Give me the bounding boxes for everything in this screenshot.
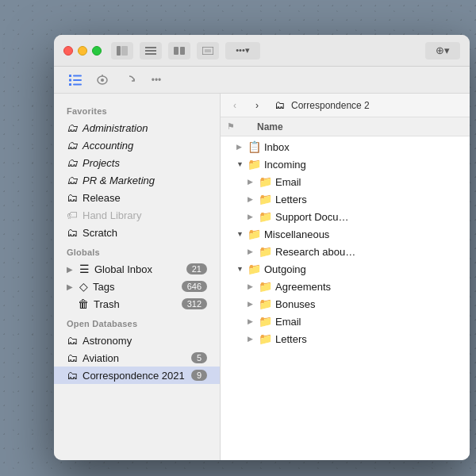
- file-item-email-outgoing[interactable]: ▶ 📁 Email: [221, 313, 470, 330]
- stack-icon: 🗂: [67, 369, 78, 382]
- toolbar-icons: •••▾ ⊕▾: [111, 42, 460, 60]
- back-button[interactable]: ‹: [227, 98, 243, 113]
- folder-icon: 📁: [259, 245, 272, 258]
- file-name: Incoming: [264, 159, 306, 171]
- svg-rect-6: [180, 47, 185, 55]
- inbox-file-icon: 📋: [248, 140, 261, 153]
- folder-icon: 📁: [259, 280, 272, 293]
- sidebar-item-pr-marketing[interactable]: 🗂 PR & Marketing: [54, 171, 220, 189]
- column-header-row: ⚑ Name: [221, 117, 470, 136]
- stack-icon: 🗂: [67, 139, 78, 152]
- sidebar-toggle-button[interactable]: [111, 42, 133, 60]
- svg-rect-13: [69, 83, 71, 86]
- svg-rect-1: [121, 46, 128, 56]
- favorites-label: Favorites: [54, 100, 220, 119]
- file-item-support-docu[interactable]: ▶ 📁 Support Docu…: [221, 208, 470, 225]
- add-button[interactable]: ⊕▾: [425, 42, 460, 60]
- svg-rect-9: [69, 75, 71, 77]
- svg-rect-3: [145, 50, 156, 52]
- minimize-button[interactable]: [78, 46, 87, 56]
- sidebar: Favorites 🗂 Administration 🗂 Accounting …: [54, 94, 221, 460]
- maximize-button[interactable]: [92, 46, 102, 56]
- folder-icon: 📁: [259, 193, 272, 205]
- sidebar-item-release[interactable]: 🗂 Release: [54, 189, 220, 206]
- sidebar-item-hand-library[interactable]: 🏷 Hand Library: [54, 206, 220, 224]
- stack-icon: 🗂: [67, 226, 78, 239]
- folder-icon: 📁: [248, 263, 261, 275]
- expand-icon: ▼: [236, 160, 248, 168]
- file-name: Outgoing: [264, 263, 306, 275]
- loop-icon[interactable]: [94, 71, 111, 89]
- split-view-button[interactable]: [168, 42, 190, 60]
- main-content: Favorites 🗂 Administration 🗂 Accounting …: [54, 94, 470, 460]
- file-item-letters-incoming[interactable]: ▶ 📁 Letters: [221, 190, 470, 208]
- svg-rect-4: [145, 53, 156, 55]
- svg-rect-2: [145, 47, 156, 48]
- file-name: Letters: [275, 333, 307, 345]
- file-item-research-about[interactable]: ▶ 📁 Research abou…: [221, 243, 470, 260]
- svg-rect-14: [73, 83, 82, 85]
- folder-icon: 📁: [259, 175, 272, 188]
- expand-icon: ▶: [248, 178, 259, 186]
- file-item-miscellaneous[interactable]: ▼ 📁 Miscellaneous: [221, 225, 470, 243]
- folder-icon: 📁: [259, 332, 272, 345]
- expand-icon: ▶: [236, 143, 248, 151]
- name-column-header: Name: [257, 121, 283, 132]
- file-name: Agreements: [275, 281, 331, 293]
- sidebar-item-scratch[interactable]: 🗂 Scratch: [54, 224, 220, 241]
- trash-icon: 🗑: [78, 298, 89, 310]
- svg-rect-0: [117, 46, 121, 56]
- inbox-icon: ☰: [79, 263, 90, 275]
- sidebar-item-administration[interactable]: 🗂 Administration: [54, 119, 220, 136]
- more-actions-button[interactable]: •••▾: [225, 42, 260, 60]
- file-list: ▶ 📋 Inbox ▼ 📁 Incoming ▶ 📁 Email ▶: [221, 136, 470, 460]
- sidebar-item-trash[interactable]: 🗑 Trash 312: [54, 295, 220, 313]
- close-button[interactable]: [63, 46, 73, 56]
- titlebar: •••▾ ⊕▾: [54, 35, 470, 67]
- open-databases-label: Open Databases: [54, 313, 220, 332]
- svg-rect-10: [73, 75, 82, 76]
- folder-icon: 📁: [259, 298, 272, 310]
- file-name: Bonuses: [275, 298, 316, 310]
- file-item-outgoing[interactable]: ▼ 📁 Outgoing: [221, 260, 470, 278]
- stack-icon: 🗂: [67, 351, 78, 364]
- list-icon[interactable]: [67, 71, 84, 89]
- rotate-icon[interactable]: [121, 71, 138, 89]
- globals-label: Globals: [54, 241, 220, 260]
- sidebar-item-correspondence-2021[interactable]: 🗂 Correspondence 2021 9: [54, 367, 220, 384]
- list-view-button[interactable]: [140, 42, 162, 60]
- expand-icon: ▶: [248, 335, 259, 343]
- file-name: Miscellaneous: [264, 228, 329, 240]
- expand-icon: ▼: [236, 230, 248, 238]
- file-name: Email: [275, 316, 301, 328]
- file-item-letters-outgoing[interactable]: ▶ 📁 Letters: [221, 330, 470, 347]
- sidebar-item-aviation[interactable]: 🗂 Aviation 5: [54, 349, 220, 367]
- svg-rect-11: [69, 79, 71, 81]
- outline-view-button[interactable]: [197, 42, 219, 60]
- toolbar2-more-icon[interactable]: •••: [148, 71, 165, 89]
- file-name: Letters: [275, 194, 307, 205]
- expand-arrow-icon: ▶: [67, 265, 73, 274]
- sidebar-item-accounting[interactable]: 🗂 Accounting: [54, 136, 220, 154]
- file-item-incoming[interactable]: ▼ 📁 Incoming: [221, 155, 470, 173]
- tags-icon: ◇: [79, 280, 88, 293]
- sidebar-item-projects[interactable]: 🗂 Projects: [54, 154, 220, 171]
- sidebar-item-global-inbox[interactable]: ▶ ☰ Global Inbox 21: [54, 260, 220, 278]
- expand-icon: ▶: [248, 300, 259, 308]
- app-window: •••▾ ⊕▾: [54, 35, 470, 460]
- sidebar-item-astronomy[interactable]: 🗂 Astronomy: [54, 332, 220, 349]
- expand-icon: ▼: [236, 265, 248, 273]
- file-item-email-incoming[interactable]: ▶ 📁 Email: [221, 173, 470, 190]
- tag-icon: 🏷: [67, 209, 78, 221]
- right-toolbar: ‹ › 🗂 Correspondence 2: [221, 94, 470, 117]
- file-name: Email: [275, 176, 301, 188]
- file-name: Inbox: [264, 141, 290, 153]
- file-item-inbox[interactable]: ▶ 📋 Inbox: [221, 138, 470, 155]
- sidebar-item-tags[interactable]: ▶ ◇ Tags 646: [54, 278, 220, 295]
- forward-button[interactable]: ›: [249, 98, 265, 113]
- breadcrumb-icon: 🗂: [274, 99, 285, 111]
- file-item-bonuses[interactable]: ▶ 📁 Bonuses: [221, 295, 470, 313]
- expand-icon: ▶: [248, 282, 259, 290]
- file-item-agreements[interactable]: ▶ 📁 Agreements: [221, 278, 470, 295]
- breadcrumb: Correspondence 2: [291, 100, 370, 111]
